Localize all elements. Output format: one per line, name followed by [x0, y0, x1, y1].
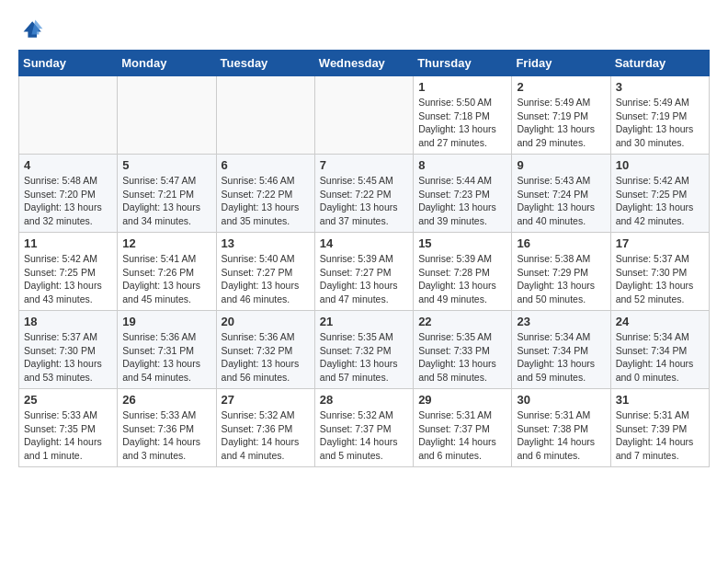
day-number: 24 [616, 315, 704, 328]
calendar-cell: 8Sunrise: 5:44 AM Sunset: 7:23 PM Daylig… [414, 155, 512, 233]
calendar-cell: 1Sunrise: 5:50 AM Sunset: 7:18 PM Daylig… [414, 76, 512, 155]
day-info: Sunrise: 5:36 AM Sunset: 7:31 PM Dayligh… [122, 330, 210, 385]
calendar-cell: 20Sunrise: 5:36 AM Sunset: 7:32 PM Dayli… [216, 311, 314, 389]
day-number: 6 [222, 158, 310, 172]
calendar-week-row: 4Sunrise: 5:48 AM Sunset: 7:20 PM Daylig… [19, 155, 710, 233]
calendar-cell: 2Sunrise: 5:49 AM Sunset: 7:19 PM Daylig… [512, 76, 610, 155]
calendar-header-row: SundayMondayTuesdayWednesdayThursdayFrid… [19, 51, 710, 76]
calendar-cell: 5Sunrise: 5:47 AM Sunset: 7:21 PM Daylig… [118, 155, 216, 233]
day-number: 8 [418, 158, 506, 172]
calendar-cell: 17Sunrise: 5:37 AM Sunset: 7:30 PM Dayli… [610, 233, 709, 311]
day-info: Sunrise: 5:50 AM Sunset: 7:18 PM Dayligh… [418, 96, 506, 150]
day-number: 27 [222, 393, 310, 407]
calendar-cell: 21Sunrise: 5:35 AM Sunset: 7:32 PM Dayli… [314, 311, 413, 389]
calendar-cell [216, 76, 314, 155]
day-number: 31 [616, 393, 704, 407]
calendar-cell [314, 76, 413, 155]
day-info: Sunrise: 5:31 AM Sunset: 7:39 PM Dayligh… [616, 408, 704, 463]
weekday-header: Tuesday [216, 51, 314, 76]
logo [18, 18, 46, 40]
logo-icon [22, 18, 44, 40]
day-number: 1 [418, 80, 506, 94]
calendar-week-row: 25Sunrise: 5:33 AM Sunset: 7:35 PM Dayli… [19, 389, 710, 467]
calendar-cell: 23Sunrise: 5:34 AM Sunset: 7:34 PM Dayli… [512, 311, 610, 389]
day-info: Sunrise: 5:44 AM Sunset: 7:23 PM Dayligh… [418, 174, 506, 228]
calendar-cell: 28Sunrise: 5:32 AM Sunset: 7:37 PM Dayli… [314, 389, 413, 467]
day-number: 30 [517, 393, 605, 407]
calendar-cell: 22Sunrise: 5:35 AM Sunset: 7:33 PM Dayli… [414, 311, 512, 389]
day-number: 3 [616, 80, 704, 94]
day-number: 10 [616, 158, 704, 172]
day-info: Sunrise: 5:49 AM Sunset: 7:19 PM Dayligh… [517, 96, 605, 150]
day-number: 2 [517, 80, 605, 94]
calendar-cell: 6Sunrise: 5:46 AM Sunset: 7:22 PM Daylig… [216, 155, 314, 233]
weekday-header: Thursday [414, 51, 512, 76]
calendar-week-row: 1Sunrise: 5:50 AM Sunset: 7:18 PM Daylig… [19, 76, 710, 155]
day-number: 11 [24, 236, 112, 250]
day-info: Sunrise: 5:39 AM Sunset: 7:28 PM Dayligh… [418, 252, 506, 306]
day-info: Sunrise: 5:49 AM Sunset: 7:19 PM Dayligh… [616, 96, 704, 150]
day-number: 14 [320, 236, 408, 250]
weekday-header: Friday [512, 51, 610, 76]
day-number: 15 [418, 236, 506, 250]
day-info: Sunrise: 5:47 AM Sunset: 7:21 PM Dayligh… [122, 174, 210, 228]
day-info: Sunrise: 5:48 AM Sunset: 7:20 PM Dayligh… [24, 174, 112, 228]
day-info: Sunrise: 5:32 AM Sunset: 7:37 PM Dayligh… [320, 408, 408, 463]
day-info: Sunrise: 5:38 AM Sunset: 7:29 PM Dayligh… [517, 252, 605, 306]
day-number: 7 [320, 158, 408, 172]
calendar-cell: 19Sunrise: 5:36 AM Sunset: 7:31 PM Dayli… [118, 311, 216, 389]
calendar-cell: 7Sunrise: 5:45 AM Sunset: 7:22 PM Daylig… [314, 155, 413, 233]
day-info: Sunrise: 5:35 AM Sunset: 7:33 PM Dayligh… [418, 330, 506, 385]
day-info: Sunrise: 5:34 AM Sunset: 7:34 PM Dayligh… [616, 330, 704, 385]
calendar: SundayMondayTuesdayWednesdayThursdayFrid… [18, 50, 710, 467]
day-number: 4 [24, 158, 112, 172]
calendar-cell: 14Sunrise: 5:39 AM Sunset: 7:27 PM Dayli… [314, 233, 413, 311]
calendar-cell: 10Sunrise: 5:42 AM Sunset: 7:25 PM Dayli… [610, 155, 709, 233]
calendar-cell: 29Sunrise: 5:31 AM Sunset: 7:37 PM Dayli… [414, 389, 512, 467]
weekday-header: Saturday [610, 51, 709, 76]
day-info: Sunrise: 5:42 AM Sunset: 7:25 PM Dayligh… [616, 174, 704, 228]
day-number: 29 [418, 393, 506, 407]
calendar-cell: 26Sunrise: 5:33 AM Sunset: 7:36 PM Dayli… [118, 389, 216, 467]
day-info: Sunrise: 5:41 AM Sunset: 7:26 PM Dayligh… [122, 252, 210, 306]
weekday-header: Monday [118, 51, 216, 76]
day-info: Sunrise: 5:31 AM Sunset: 7:37 PM Dayligh… [418, 408, 506, 463]
calendar-week-row: 18Sunrise: 5:37 AM Sunset: 7:30 PM Dayli… [19, 311, 710, 389]
day-info: Sunrise: 5:39 AM Sunset: 7:27 PM Dayligh… [320, 252, 408, 306]
calendar-cell: 16Sunrise: 5:38 AM Sunset: 7:29 PM Dayli… [512, 233, 610, 311]
day-info: Sunrise: 5:32 AM Sunset: 7:36 PM Dayligh… [222, 408, 310, 463]
day-number: 22 [418, 315, 506, 328]
day-info: Sunrise: 5:33 AM Sunset: 7:36 PM Dayligh… [122, 408, 210, 463]
weekday-header: Sunday [19, 51, 118, 76]
calendar-cell: 15Sunrise: 5:39 AM Sunset: 7:28 PM Dayli… [414, 233, 512, 311]
calendar-cell: 4Sunrise: 5:48 AM Sunset: 7:20 PM Daylig… [19, 155, 118, 233]
day-number: 16 [517, 236, 605, 250]
day-info: Sunrise: 5:40 AM Sunset: 7:27 PM Dayligh… [222, 252, 310, 306]
day-info: Sunrise: 5:45 AM Sunset: 7:22 PM Dayligh… [320, 174, 408, 228]
day-info: Sunrise: 5:35 AM Sunset: 7:32 PM Dayligh… [320, 330, 408, 385]
day-number: 28 [320, 393, 408, 407]
day-number: 26 [122, 393, 210, 407]
calendar-cell: 30Sunrise: 5:31 AM Sunset: 7:38 PM Dayli… [512, 389, 610, 467]
calendar-week-row: 11Sunrise: 5:42 AM Sunset: 7:25 PM Dayli… [19, 233, 710, 311]
day-info: Sunrise: 5:37 AM Sunset: 7:30 PM Dayligh… [24, 330, 112, 385]
day-number: 12 [122, 236, 210, 250]
day-number: 21 [320, 315, 408, 328]
day-number: 5 [122, 158, 210, 172]
weekday-header: Wednesday [314, 51, 413, 76]
calendar-cell: 13Sunrise: 5:40 AM Sunset: 7:27 PM Dayli… [216, 233, 314, 311]
day-number: 20 [222, 315, 310, 328]
day-number: 13 [222, 236, 310, 250]
calendar-cell: 31Sunrise: 5:31 AM Sunset: 7:39 PM Dayli… [610, 389, 709, 467]
day-info: Sunrise: 5:31 AM Sunset: 7:38 PM Dayligh… [517, 408, 605, 463]
day-number: 17 [616, 236, 704, 250]
calendar-cell: 11Sunrise: 5:42 AM Sunset: 7:25 PM Dayli… [19, 233, 118, 311]
page-header [18, 18, 710, 40]
day-number: 23 [517, 315, 605, 328]
day-info: Sunrise: 5:42 AM Sunset: 7:25 PM Dayligh… [24, 252, 112, 306]
calendar-cell: 3Sunrise: 5:49 AM Sunset: 7:19 PM Daylig… [610, 76, 709, 155]
calendar-cell [19, 76, 118, 155]
day-number: 19 [122, 315, 210, 328]
day-info: Sunrise: 5:37 AM Sunset: 7:30 PM Dayligh… [616, 252, 704, 306]
calendar-cell: 27Sunrise: 5:32 AM Sunset: 7:36 PM Dayli… [216, 389, 314, 467]
